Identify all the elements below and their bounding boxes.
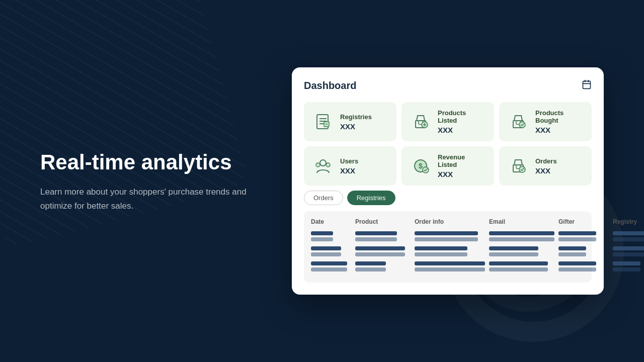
cell-bar <box>489 267 548 272</box>
cell-bar <box>613 231 644 235</box>
cell-bar <box>489 252 538 256</box>
dashboard-header: Dashboard <box>304 79 592 92</box>
dashboard-title: Dashboard <box>304 80 356 92</box>
stat-card-products-listed: Products Listed XXX <box>401 102 494 141</box>
cell-bar <box>415 231 478 235</box>
orders-icon <box>507 155 529 177</box>
stats-grid-row2: Users XXX $ Revenue Listed XXX <box>304 146 592 186</box>
table-section: Date Product Order info Email Gifter Reg… <box>304 211 592 283</box>
svg-text:$: $ <box>419 162 423 170</box>
cell-bar <box>613 252 644 256</box>
tab-registries[interactable]: Registries <box>347 191 395 205</box>
cell-bar <box>355 252 405 256</box>
stat-info-products-bought: Products Bought XXX <box>535 109 584 134</box>
cell-bar <box>355 237 397 241</box>
cell-bar <box>355 231 397 235</box>
table-header-row: Date Product Order info Email Gifter Reg… <box>311 218 585 225</box>
stat-info-orders: Orders XXX <box>535 157 557 175</box>
cell-bar <box>355 267 386 272</box>
cell-bar <box>311 252 341 256</box>
col-header-email: Email <box>489 218 554 225</box>
dashboard-card: Dashboard <box>292 67 604 295</box>
cell-bar <box>311 261 347 265</box>
stat-info-products-listed: Products Listed XXX <box>438 109 486 134</box>
svg-rect-0 <box>583 81 591 88</box>
cell-bar <box>558 237 596 241</box>
cell-bar <box>415 237 478 241</box>
stat-card-users: Users XXX <box>304 146 396 186</box>
svg-point-17 <box>316 163 320 167</box>
cell-bar <box>613 246 644 250</box>
col-header-order-info: Order info <box>415 218 485 225</box>
products-listed-value: XXX <box>438 126 486 134</box>
cell-bar <box>311 246 341 250</box>
registries-value: XXX <box>340 122 372 131</box>
left-content-section: Real-time analytics Learn more about you… <box>40 150 257 213</box>
users-label: Users <box>340 157 358 165</box>
products-listed-icon <box>410 111 432 133</box>
stat-card-orders: Orders XXX <box>499 146 592 186</box>
users-value: XXX <box>340 166 358 175</box>
cell-bar <box>415 246 467 250</box>
headline: Real-time analytics <box>40 150 257 175</box>
products-bought-value: XXX <box>535 126 584 134</box>
cell-bar <box>415 261 485 265</box>
subtext: Learn more about your shoppers' purchase… <box>40 185 257 212</box>
svg-point-18 <box>326 163 330 167</box>
cell-bar <box>613 237 644 241</box>
cell-bar <box>311 267 347 272</box>
orders-value: XXX <box>535 166 557 175</box>
col-header-date: Date <box>311 218 351 225</box>
table-row <box>311 245 585 256</box>
cell-bar <box>489 231 554 235</box>
cell-bar <box>311 231 333 235</box>
cell-bar <box>613 267 640 272</box>
cell-bar <box>311 237 333 241</box>
stats-grid-row1: Registries XXX Products Listed XXX <box>304 102 592 141</box>
calendar-icon[interactable] <box>582 79 592 92</box>
cell-bar <box>613 261 640 265</box>
cell-bar <box>558 246 586 250</box>
cell-bar <box>415 252 467 256</box>
cell-bar <box>489 246 538 250</box>
stat-info-revenue-listed: Revenue Listed XXX <box>438 153 486 178</box>
orders-label: Orders <box>535 157 557 165</box>
revenue-listed-label: Revenue Listed <box>438 153 486 168</box>
stat-card-registries: Registries XXX <box>304 102 396 141</box>
products-bought-label: Products Bought <box>535 109 584 124</box>
col-header-registry: Registry <box>613 218 644 225</box>
registries-label: Registries <box>340 113 372 121</box>
products-bought-icon <box>507 111 529 133</box>
users-icon <box>312 155 334 177</box>
cell-bar <box>355 261 386 265</box>
svg-point-16 <box>320 160 326 166</box>
tabs-row: Orders Registries <box>304 191 592 205</box>
stat-card-products-bought: Products Bought XXX <box>499 102 592 141</box>
stat-info-users: Users XXX <box>340 157 358 175</box>
col-header-gifter: Gifter <box>558 218 609 225</box>
products-listed-label: Products Listed <box>438 109 486 124</box>
cell-bar <box>558 261 596 265</box>
stat-info-registries: Registries XXX <box>340 113 372 131</box>
cell-bar <box>489 237 554 241</box>
revenue-listed-icon: $ <box>410 155 432 177</box>
col-header-product: Product <box>355 218 411 225</box>
cell-bar <box>558 252 586 256</box>
cell-bar <box>558 267 596 272</box>
revenue-listed-value: XXX <box>438 170 486 178</box>
table-row <box>311 230 585 241</box>
cell-bar <box>355 246 405 250</box>
registries-icon <box>312 111 334 133</box>
cell-bar <box>415 267 485 272</box>
table-row <box>311 260 585 272</box>
cell-bar <box>489 261 548 265</box>
cell-bar <box>558 231 596 235</box>
tab-orders[interactable]: Orders <box>304 191 343 205</box>
stat-card-revenue-listed: $ Revenue Listed XXX <box>401 146 494 186</box>
